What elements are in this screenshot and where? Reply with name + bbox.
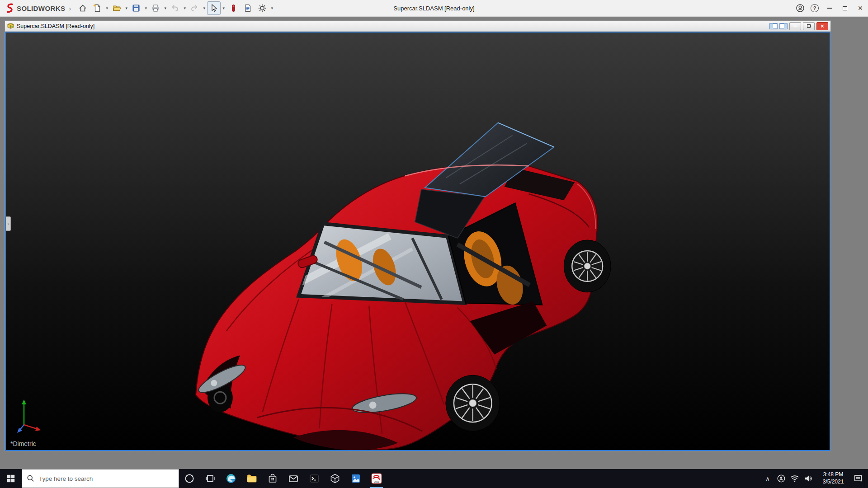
help-icon: ? [811,4,819,12]
taskbar-clock[interactable]: 3:48 PM 3/5/2021 [815,469,851,488]
edge-button[interactable] [221,469,241,488]
home-button[interactable] [76,1,90,15]
redo-icon [190,4,199,13]
tray-expand-button[interactable]: ∧ [761,469,774,488]
undo-caret-icon[interactable]: ▾ [182,1,187,15]
app-close-button[interactable]: × [853,0,868,16]
print-caret-icon[interactable]: ▾ [163,1,168,15]
document-window: Supercar.SLDASM [Read-only] [5,20,831,451]
redo-button[interactable] [188,1,201,15]
open-caret-icon[interactable]: ▾ [124,1,129,15]
open-folder-icon [112,4,121,13]
search-icon [27,474,35,483]
doc-close-button[interactable]: × [816,22,828,30]
account-button[interactable] [793,0,807,16]
ds-logo-icon [5,3,14,14]
start-button[interactable] [0,469,22,488]
file-explorer-button[interactable] [241,469,262,488]
app-window-title: Supercar.SLDASM [Read-only] [393,5,474,12]
select-cursor-icon [209,4,218,13]
document-window-controls: × [769,22,828,30]
print-button[interactable] [149,1,162,15]
task-view-icon [205,474,215,483]
photos-icon [350,473,361,484]
mdi-area: Supercar.SLDASM [Read-only] [0,17,868,469]
edge-icon [226,473,236,484]
app-titlebar: SOLIDWORKS › ▾ ▾ [0,0,868,17]
help-button[interactable]: ? [807,0,822,16]
orientation-triad-icon [15,397,44,435]
task-view-button[interactable] [200,469,221,488]
view-orientation-label: *Dimetric [10,440,36,447]
store-icon [267,473,278,484]
account-icon [796,4,805,13]
open-button[interactable] [110,1,123,15]
select-tool-caret-icon[interactable]: ▾ [221,1,226,15]
doc-restore-icon [807,24,811,28]
options-caret-icon[interactable]: ▾ [269,1,274,15]
mail-button[interactable] [283,469,304,488]
clock-time: 3:48 PM [823,471,844,479]
action-center-icon [853,474,863,483]
show-desktop-button[interactable] [865,469,868,488]
action-center-button[interactable] [851,469,865,488]
document-titlebar[interactable]: Supercar.SLDASM [Read-only] [5,21,830,32]
taskbar-search[interactable] [22,469,179,488]
undo-button[interactable] [168,1,182,15]
undo-icon [170,4,179,13]
file-properties-icon [243,4,252,13]
split-pane-right-icon [779,23,788,29]
solidworks-logo: SOLIDWORKS [0,3,67,14]
menu-flyout-arrow-icon[interactable]: › [69,5,71,12]
assembly-document-icon [7,23,14,29]
brand-name: SOLIDWORKS [17,5,65,12]
document-title: Supercar.SLDASM [Read-only] [17,23,94,29]
split-pane-left-icon [769,23,778,29]
solidworks-taskbar-button[interactable]: 2021 [366,469,387,488]
options-button[interactable] [255,1,269,15]
select-tool-button[interactable] [207,1,221,15]
doc-restore-button[interactable] [803,22,815,30]
mail-icon [288,473,299,484]
save-icon [132,4,141,13]
terminal-button[interactable] [304,469,325,488]
volume-button[interactable] [802,469,815,488]
file-properties-button[interactable] [241,1,255,15]
photos-button[interactable] [345,469,366,488]
doc-minimize-icon [793,26,797,27]
cortana-button[interactable] [179,469,200,488]
minimize-icon [827,8,832,9]
store-button[interactable] [262,469,283,488]
rear-wheel [564,240,611,292]
cortana-icon [184,474,194,483]
doc-close-icon: × [821,23,824,29]
restore-icon [843,6,847,10]
doc-minimize-button[interactable] [789,22,801,30]
solidworks-app-icon: 2021 [371,473,382,484]
taskbar: 2021 ∧ [0,469,868,488]
gear-icon [258,4,267,13]
save-caret-icon[interactable]: ▾ [143,1,148,15]
save-button[interactable] [129,1,143,15]
search-input[interactable] [39,475,174,482]
meet-now-button[interactable] [774,469,788,488]
rebuild-button[interactable] [226,1,240,15]
3d-builder-icon [330,473,340,484]
split-pane-left-button[interactable] [769,23,778,29]
terminal-icon [309,473,320,484]
viewport-3d[interactable]: *Dimetric ‹ [5,32,830,451]
network-button[interactable] [788,469,802,488]
system-tray: ∧ [761,469,868,488]
redo-caret-icon[interactable]: ▾ [202,1,207,15]
rebuild-stoplight-icon [229,4,238,13]
app-minimize-button[interactable] [822,0,837,16]
new-document-caret-icon[interactable]: ▾ [104,1,109,15]
wifi-icon [790,474,800,483]
split-pane-right-button[interactable] [779,23,788,29]
featuremanager-collapse-tab[interactable]: ‹ [6,216,11,231]
app-restore-button[interactable] [837,0,853,16]
meet-now-icon [777,474,786,483]
3d-builder-button[interactable] [325,469,345,488]
solidworks-version-badge: 2021 [374,480,379,483]
new-document-button[interactable] [90,1,104,15]
